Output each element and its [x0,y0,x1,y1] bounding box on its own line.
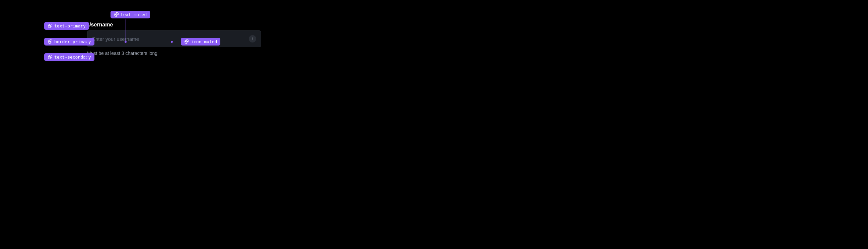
palette-icon [114,12,119,17]
form-field-group: Username i Must be at least 3 characters… [87,22,261,56]
svg-point-4 [50,40,50,41]
svg-point-14 [187,41,188,42]
svg-point-10 [116,13,117,14]
svg-point-12 [186,41,186,42]
info-button[interactable]: i [249,35,256,42]
svg-point-7 [50,56,50,57]
connector-dot [171,41,173,43]
input-wrapper: i [87,30,261,47]
annotation-label: text-muted [121,12,147,17]
svg-point-5 [51,41,51,42]
palette-icon [48,39,52,44]
svg-point-2 [51,25,51,26]
field-label: Username [87,22,261,28]
palette-icon [48,24,52,28]
svg-point-8 [51,57,51,57]
helper-text: Must be at least 3 characters long [87,51,261,56]
connector-dot [125,41,127,43]
connector-dot [86,25,88,27]
connector-line [172,42,181,42]
palette-icon [184,39,189,44]
connector-line [126,20,126,42]
svg-point-13 [186,40,187,41]
svg-point-1 [50,25,50,25]
connector-dot [86,56,88,58]
annotation-label: icon-muted [191,39,217,44]
connector-dot [86,41,88,43]
info-icon: i [252,36,253,41]
svg-point-3 [49,41,50,42]
svg-point-11 [117,14,118,15]
palette-icon [48,55,52,60]
svg-point-6 [49,57,50,57]
username-input[interactable] [92,36,249,42]
svg-point-0 [49,25,50,26]
svg-point-9 [115,14,116,15]
annotation-text-muted: text-muted [111,11,150,19]
annotation-icon-muted: icon-muted [181,38,220,45]
